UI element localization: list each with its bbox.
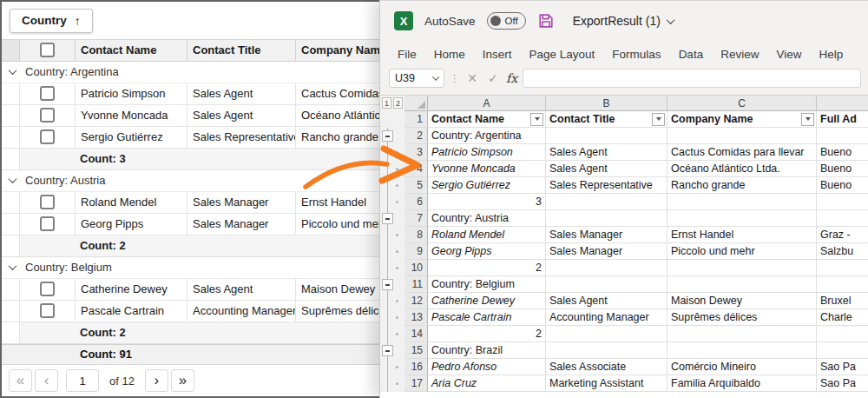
column-header-contact-name[interactable]: Contact Name — [76, 40, 187, 60]
row-checkbox[interactable] — [40, 303, 55, 318]
sheet-cell[interactable]: Sales Manager — [546, 227, 667, 243]
column-letter-B[interactable]: B — [546, 96, 667, 111]
sheet-cell[interactable]: Marketing Assistant — [546, 375, 667, 392]
sheet-cell[interactable]: Pedro Afonso — [428, 359, 546, 375]
enter-icon[interactable]: ✓ — [485, 71, 501, 85]
ribbon-tab-data[interactable]: Data — [670, 41, 713, 67]
sheet-cell[interactable] — [667, 342, 817, 359]
prev-page-button[interactable]: ‹ — [35, 369, 58, 392]
sheet-cell[interactable]: Sales Agent — [546, 144, 667, 161]
sheet-cell[interactable] — [546, 210, 667, 227]
sheet-cell[interactable]: Charle — [817, 309, 868, 326]
collapse-group-button[interactable] — [382, 279, 393, 290]
sheet-cell[interactable]: Bueno — [817, 177, 868, 194]
ribbon-tab-insert[interactable]: Insert — [474, 41, 521, 67]
sheet-cell[interactable] — [546, 128, 667, 144]
ribbon-tab-file[interactable]: File — [389, 41, 425, 67]
row-number[interactable]: 2 — [404, 128, 428, 144]
sheet-cell[interactable]: Georg Pipps — [428, 243, 546, 260]
sheet-cell[interactable]: Salzbu — [817, 243, 868, 260]
sheet-cell[interactable] — [667, 128, 817, 144]
sheet-cell[interactable]: Bueno — [817, 161, 868, 177]
row-number[interactable]: 4 — [404, 161, 428, 177]
table-row[interactable]: Yvonne MoncadaSales AgentOcéano Atlántic… — [2, 105, 392, 127]
column-letter-d[interactable] — [817, 96, 868, 111]
filter-dropdown-icon[interactable] — [530, 113, 543, 126]
row-checkbox[interactable] — [40, 195, 55, 209]
sheet-cell[interactable] — [667, 210, 817, 227]
sheet-cell[interactable]: Sao Pa — [817, 375, 868, 392]
sheet-cell[interactable]: Suprêmes délices — [667, 309, 817, 326]
group-expander-icon[interactable] — [9, 175, 17, 183]
sheet-cell[interactable] — [546, 194, 667, 210]
sheet-cell[interactable] — [817, 194, 868, 210]
sheet-cell[interactable]: Bruxel — [817, 293, 868, 309]
sheet-cell[interactable]: 2 — [428, 326, 546, 342]
group-caption-row[interactable]: Country: Belgium — [2, 257, 392, 279]
sheet-cell[interactable]: Sergio Gutiérrez — [428, 177, 546, 194]
column-header-contact-title[interactable]: Contact Title — [187, 40, 296, 60]
select-all-checkbox[interactable] — [40, 43, 55, 57]
ribbon-tab-help[interactable]: Help — [810, 41, 852, 67]
next-page-button[interactable]: › — [145, 369, 168, 392]
cancel-icon[interactable]: ✕ — [464, 71, 480, 85]
table-row[interactable]: Georg PippsSales ManagerPiccolo und mehr — [2, 214, 392, 235]
group-chip-country[interactable]: Country ↑ — [10, 9, 93, 33]
table-row[interactable]: Patricio SimpsonSales AgentCactus Comida… — [2, 83, 392, 105]
row-number[interactable]: 6 — [404, 194, 428, 210]
group-caption-row[interactable]: Country: Austria — [2, 170, 392, 192]
sheet-cell[interactable]: Catherine Dewey — [428, 293, 546, 309]
ribbon-tab-review[interactable]: Review — [712, 41, 767, 67]
column-letter-A[interactable]: A — [428, 96, 546, 111]
header-checkbox-cell[interactable] — [20, 40, 76, 60]
collapse-group-button[interactable] — [382, 213, 393, 224]
sheet-cell[interactable]: Maison Dewey — [667, 293, 817, 309]
group-caption-row[interactable]: Country: Argentina — [2, 62, 392, 83]
sheet-cell[interactable]: Sales Manager — [546, 243, 667, 260]
sheet-cell[interactable] — [817, 260, 868, 276]
row-number[interactable]: 9 — [404, 243, 428, 260]
sheet-cell[interactable] — [546, 276, 667, 293]
sheet-cell[interactable]: Aria Cruz — [428, 375, 546, 392]
last-page-button[interactable]: » — [171, 369, 194, 392]
filter-dropdown-icon[interactable] — [652, 113, 665, 126]
collapse-group-button[interactable] — [382, 345, 393, 356]
sheet-cell[interactable]: Country: Belgium — [428, 276, 546, 293]
sheet-cell[interactable]: Rancho grande — [667, 177, 817, 194]
page-number-input[interactable] — [66, 369, 99, 392]
sheet-cell[interactable] — [817, 210, 868, 227]
sheet-cell[interactable] — [667, 260, 817, 276]
outline-level-button-1[interactable]: 1 — [382, 97, 391, 109]
sheet-cell[interactable]: Sao Pa — [817, 359, 868, 375]
column-letter-C[interactable]: C — [667, 96, 817, 111]
group-expander-icon[interactable] — [9, 66, 17, 75]
group-expander-icon[interactable] — [9, 262, 17, 270]
sheet-cell[interactable]: Accounting Manager — [546, 309, 667, 326]
row-number[interactable]: 13 — [404, 309, 428, 326]
name-box[interactable]: U39 — [389, 69, 444, 88]
sheet-cell[interactable] — [546, 342, 667, 359]
column-header-company-name[interactable]: Company Name — [296, 40, 392, 60]
sheet-cell[interactable]: Contact Title — [546, 111, 667, 128]
select-all-corner[interactable] — [404, 96, 428, 111]
autosave-toggle[interactable]: Off — [487, 12, 526, 30]
sheet-cell[interactable]: Patricio Simpson — [428, 144, 546, 161]
sheet-cell[interactable]: Full Ad — [817, 111, 868, 128]
sheet-cell[interactable]: Sales Agent — [546, 293, 667, 309]
ribbon-tab-view[interactable]: View — [767, 41, 810, 67]
sheet-cell[interactable]: Comércio Mineiro — [667, 359, 817, 375]
insert-function-icon[interactable]: fx — [506, 71, 517, 85]
sheet-cell[interactable] — [817, 326, 868, 342]
save-icon[interactable] — [537, 12, 555, 30]
sheet-cell[interactable]: Cactus Comidas para llevar — [667, 144, 817, 161]
table-row[interactable]: Roland MendelSales ManagerErnst Handel — [2, 192, 392, 214]
sheet-cell[interactable]: Piccolo und mehr — [667, 243, 817, 260]
row-number[interactable]: 1 — [404, 111, 428, 128]
sheet-cell[interactable]: Ernst Handel — [667, 227, 817, 243]
table-row[interactable]: Pascale CartrainAccounting ManagerSuprêm… — [2, 301, 392, 322]
table-row[interactable]: Sergio GutiérrezSales RepresentativeRanc… — [2, 127, 392, 149]
row-number[interactable]: 3 — [404, 144, 428, 161]
ribbon-tab-formulas[interactable]: Formulas — [603, 41, 669, 67]
sheet-cell[interactable]: Pascale Cartrain — [428, 309, 546, 326]
sheet-cell[interactable]: Yvonne Moncada — [428, 161, 546, 177]
